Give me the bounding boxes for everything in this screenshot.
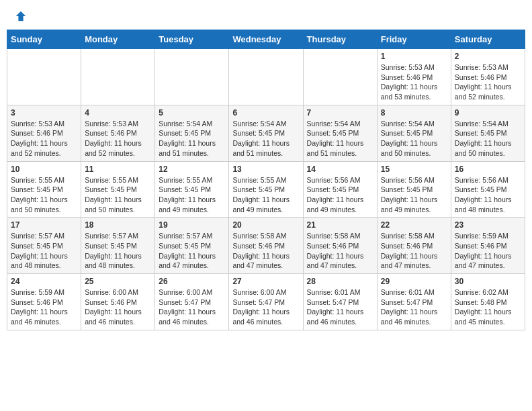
day-info: Sunrise: 5:55 AM Sunset: 5:45 PM Dayligh… xyxy=(85,175,151,215)
calendar-cell: 23Sunrise: 5:59 AM Sunset: 5:46 PM Dayli… xyxy=(451,218,525,274)
calendar-week-row: 17Sunrise: 5:57 AM Sunset: 5:45 PM Dayli… xyxy=(7,218,525,274)
page-header xyxy=(7,7,525,23)
day-number: 2 xyxy=(455,52,521,61)
calendar-cell: 18Sunrise: 5:57 AM Sunset: 5:45 PM Dayli… xyxy=(81,218,155,274)
calendar-cell xyxy=(229,49,303,105)
day-number: 24 xyxy=(11,277,77,286)
day-number: 11 xyxy=(85,165,151,174)
logo xyxy=(13,10,27,19)
logo-icon xyxy=(15,10,27,22)
day-info: Sunrise: 6:02 AM Sunset: 5:48 PM Dayligh… xyxy=(455,287,521,327)
day-number: 8 xyxy=(381,108,447,118)
day-number: 20 xyxy=(232,220,299,230)
day-number: 21 xyxy=(307,220,373,230)
day-of-week-header: Tuesday xyxy=(155,30,229,49)
calendar-cell: 20Sunrise: 5:58 AM Sunset: 5:46 PM Dayli… xyxy=(229,218,303,274)
day-number: 6 xyxy=(232,108,299,118)
day-info: Sunrise: 6:01 AM Sunset: 5:47 PM Dayligh… xyxy=(307,287,373,327)
day-of-week-header: Wednesday xyxy=(229,30,303,49)
day-number: 19 xyxy=(159,220,225,230)
calendar-cell: 21Sunrise: 5:58 AM Sunset: 5:46 PM Dayli… xyxy=(303,218,377,274)
day-number: 29 xyxy=(381,277,447,286)
calendar-cell: 15Sunrise: 5:56 AM Sunset: 5:45 PM Dayli… xyxy=(377,161,451,218)
day-number: 14 xyxy=(307,165,373,174)
calendar-cell: 7Sunrise: 5:54 AM Sunset: 5:45 PM Daylig… xyxy=(303,105,377,161)
day-number: 25 xyxy=(85,277,151,286)
day-of-week-header: Friday xyxy=(377,30,451,49)
calendar-cell: 9Sunrise: 5:54 AM Sunset: 5:45 PM Daylig… xyxy=(451,105,525,161)
calendar-cell: 1Sunrise: 5:53 AM Sunset: 5:46 PM Daylig… xyxy=(377,49,451,105)
calendar-cell: 3Sunrise: 5:53 AM Sunset: 5:46 PM Daylig… xyxy=(7,105,81,161)
calendar-cell: 27Sunrise: 6:00 AM Sunset: 5:47 PM Dayli… xyxy=(229,274,303,330)
day-of-week-header: Sunday xyxy=(7,30,81,49)
calendar-cell: 4Sunrise: 5:53 AM Sunset: 5:46 PM Daylig… xyxy=(81,105,155,161)
calendar-cell xyxy=(303,49,377,105)
day-info: Sunrise: 6:00 AM Sunset: 5:46 PM Dayligh… xyxy=(85,287,151,327)
day-number: 10 xyxy=(11,165,77,174)
day-info: Sunrise: 5:53 AM Sunset: 5:46 PM Dayligh… xyxy=(85,119,151,158)
calendar-cell: 28Sunrise: 6:01 AM Sunset: 5:47 PM Dayli… xyxy=(303,274,377,330)
day-info: Sunrise: 5:54 AM Sunset: 5:45 PM Dayligh… xyxy=(159,119,225,158)
day-info: Sunrise: 5:53 AM Sunset: 5:46 PM Dayligh… xyxy=(11,119,77,158)
calendar-cell xyxy=(155,49,229,105)
day-info: Sunrise: 5:54 AM Sunset: 5:45 PM Dayligh… xyxy=(232,119,299,158)
day-number: 7 xyxy=(307,108,373,118)
calendar-cell xyxy=(81,49,155,105)
day-info: Sunrise: 5:58 AM Sunset: 5:46 PM Dayligh… xyxy=(381,231,447,271)
svg-marker-0 xyxy=(16,11,26,21)
day-number: 13 xyxy=(232,165,299,174)
calendar-cell: 19Sunrise: 5:57 AM Sunset: 5:45 PM Dayli… xyxy=(155,218,229,274)
calendar-cell: 22Sunrise: 5:58 AM Sunset: 5:46 PM Dayli… xyxy=(377,218,451,274)
calendar-cell: 14Sunrise: 5:56 AM Sunset: 5:45 PM Dayli… xyxy=(303,161,377,218)
calendar-cell: 11Sunrise: 5:55 AM Sunset: 5:45 PM Dayli… xyxy=(81,161,155,218)
day-info: Sunrise: 5:59 AM Sunset: 5:46 PM Dayligh… xyxy=(11,287,77,327)
calendar-week-row: 24Sunrise: 5:59 AM Sunset: 5:46 PM Dayli… xyxy=(7,274,525,330)
day-of-week-header: Saturday xyxy=(451,30,525,49)
calendar-cell: 17Sunrise: 5:57 AM Sunset: 5:45 PM Dayli… xyxy=(7,218,81,274)
day-number: 1 xyxy=(381,52,447,61)
day-number: 5 xyxy=(159,108,225,118)
calendar-cell: 16Sunrise: 5:56 AM Sunset: 5:45 PM Dayli… xyxy=(451,161,525,218)
day-number: 3 xyxy=(11,108,77,118)
day-number: 30 xyxy=(455,277,521,286)
day-number: 12 xyxy=(159,165,225,174)
day-number: 15 xyxy=(381,165,447,174)
day-number: 26 xyxy=(159,277,225,286)
calendar-header-row: SundayMondayTuesdayWednesdayThursdayFrid… xyxy=(7,30,525,49)
calendar-cell: 24Sunrise: 5:59 AM Sunset: 5:46 PM Dayli… xyxy=(7,274,81,330)
calendar-cell: 8Sunrise: 5:54 AM Sunset: 5:45 PM Daylig… xyxy=(377,105,451,161)
calendar-cell: 26Sunrise: 6:00 AM Sunset: 5:47 PM Dayli… xyxy=(155,274,229,330)
day-of-week-header: Monday xyxy=(81,30,155,49)
calendar-week-row: 3Sunrise: 5:53 AM Sunset: 5:46 PM Daylig… xyxy=(7,105,525,161)
day-info: Sunrise: 5:57 AM Sunset: 5:45 PM Dayligh… xyxy=(159,231,225,271)
day-info: Sunrise: 5:56 AM Sunset: 5:45 PM Dayligh… xyxy=(455,175,521,215)
calendar-week-row: 10Sunrise: 5:55 AM Sunset: 5:45 PM Dayli… xyxy=(7,161,525,218)
calendar-cell: 25Sunrise: 6:00 AM Sunset: 5:46 PM Dayli… xyxy=(81,274,155,330)
day-info: Sunrise: 6:00 AM Sunset: 5:47 PM Dayligh… xyxy=(159,287,225,327)
day-number: 18 xyxy=(85,220,151,230)
calendar-cell: 10Sunrise: 5:55 AM Sunset: 5:45 PM Dayli… xyxy=(7,161,81,218)
day-info: Sunrise: 5:54 AM Sunset: 5:45 PM Dayligh… xyxy=(455,119,521,158)
day-info: Sunrise: 5:53 AM Sunset: 5:46 PM Dayligh… xyxy=(381,62,447,102)
day-info: Sunrise: 5:58 AM Sunset: 5:46 PM Dayligh… xyxy=(232,231,299,271)
calendar-cell: 6Sunrise: 5:54 AM Sunset: 5:45 PM Daylig… xyxy=(229,105,303,161)
day-of-week-header: Thursday xyxy=(303,30,377,49)
calendar-cell: 5Sunrise: 5:54 AM Sunset: 5:45 PM Daylig… xyxy=(155,105,229,161)
calendar-table: SundayMondayTuesdayWednesdayThursdayFrid… xyxy=(7,30,525,330)
day-number: 16 xyxy=(455,165,521,174)
day-number: 9 xyxy=(455,108,521,118)
day-info: Sunrise: 5:53 AM Sunset: 5:46 PM Dayligh… xyxy=(455,62,521,102)
calendar-cell: 12Sunrise: 5:55 AM Sunset: 5:45 PM Dayli… xyxy=(155,161,229,218)
calendar-cell: 2Sunrise: 5:53 AM Sunset: 5:46 PM Daylig… xyxy=(451,49,525,105)
day-number: 28 xyxy=(307,277,373,286)
day-number: 4 xyxy=(85,108,151,118)
calendar-week-row: 1Sunrise: 5:53 AM Sunset: 5:46 PM Daylig… xyxy=(7,49,525,105)
calendar-cell: 13Sunrise: 5:55 AM Sunset: 5:45 PM Dayli… xyxy=(229,161,303,218)
day-info: Sunrise: 6:00 AM Sunset: 5:47 PM Dayligh… xyxy=(232,287,299,327)
day-info: Sunrise: 5:56 AM Sunset: 5:45 PM Dayligh… xyxy=(381,175,447,215)
day-info: Sunrise: 5:59 AM Sunset: 5:46 PM Dayligh… xyxy=(455,231,521,271)
day-info: Sunrise: 5:54 AM Sunset: 5:45 PM Dayligh… xyxy=(307,119,373,158)
day-info: Sunrise: 5:55 AM Sunset: 5:45 PM Dayligh… xyxy=(232,175,299,215)
day-info: Sunrise: 5:55 AM Sunset: 5:45 PM Dayligh… xyxy=(159,175,225,215)
day-number: 17 xyxy=(11,220,77,230)
